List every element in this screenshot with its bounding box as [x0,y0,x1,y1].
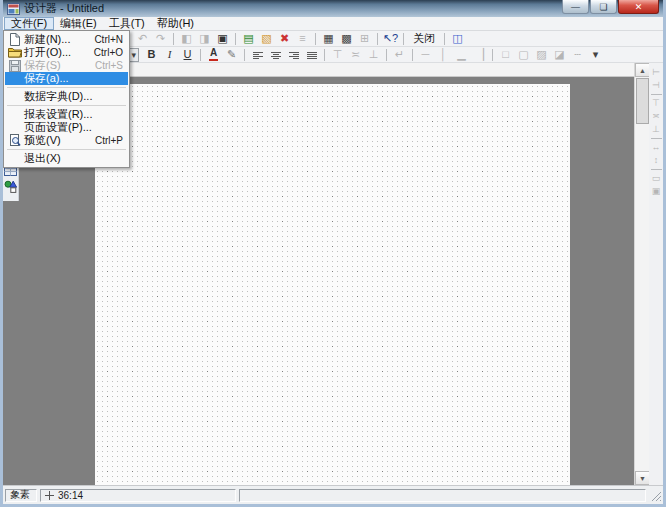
context-help-icon[interactable]: ↖? [382,31,399,46]
preview-icon [5,134,24,147]
scroll-up-icon[interactable]: ▲ [635,63,650,77]
ungroup-icon: ◨ [196,31,213,46]
align-center-icon[interactable] [267,47,284,62]
insert-field-icon[interactable]: ▧ [258,31,275,46]
toolbar-separator [244,49,245,61]
menu-item-label: 预览(V) [24,133,95,148]
bars-justify [307,49,317,60]
title-bar[interactable]: 设计器 - Untitled — ❏ ✕ [3,0,663,17]
status-empty-panel [239,489,646,502]
menu-item-label: 数据字典(D)... [24,89,123,104]
toolbar-separator [324,49,325,61]
erase-border-icon: ◪ [551,47,568,62]
app-window: 设计器 - Untitled — ❏ ✕ 文件(F)编辑(E)工具(T)帮助(H… [0,0,666,507]
scrollbar-thumb[interactable] [636,78,649,124]
line-vertical-icon: │ [435,47,452,62]
redo-icon: ↷ [152,31,169,46]
status-position-panel: 36:14 [40,489,236,502]
menu-item-shortcut: Ctrl+S [95,60,128,71]
border-inner-icon: ▢ [515,47,532,62]
menu-separator [7,149,126,150]
menu-item-shortcut: Ctrl+P [95,135,128,146]
design-canvas[interactable] [95,84,570,485]
font-color-icon[interactable]: A [205,47,222,62]
show-grid-icon[interactable]: ▦ [320,31,337,46]
vertical-scrollbar[interactable]: ▲ ▼ [634,63,649,485]
align-bottoms-icon: ⊥ [650,123,663,136]
menu-item-shortcut: Ctrl+N [94,34,128,45]
app-icon [7,3,20,15]
center-in-page-icon: ▣ [650,185,663,198]
same-width-icon: ↔ [650,141,663,154]
align-middles-icon: ≍ [650,110,663,123]
more-options-dropdown[interactable]: ▾ [587,47,604,62]
menu-separator [7,105,126,106]
toolbar-separator [315,33,316,45]
fill-color-icon: ▨ [533,47,550,62]
menubar-item-tools[interactable]: 工具(T) [103,17,151,30]
text-wrap-icon: ↵ [391,47,408,62]
snap-to-grid-icon[interactable]: ▩ [338,31,355,46]
toolbar-separator [173,33,174,45]
line-right-icon: ▕ [471,47,488,62]
scroll-down-icon[interactable]: ▼ [635,471,650,485]
alignment-toolbar: ⊢⊣⊤≍⊥↔↕▭▣ [649,63,663,485]
toolbar-separator [492,49,493,61]
align-justify-icon[interactable] [303,47,320,62]
menubar-item-help[interactable]: 帮助(H) [151,17,200,30]
data-fields-window-icon[interactable]: ◫ [449,31,466,46]
toolbar-separator [386,49,387,61]
menu-item-label: 退出(X) [24,151,123,166]
menubar-item-edit[interactable]: 编辑(E) [54,17,103,30]
menu-item-label: 保存(a)... [24,71,123,86]
align-right-icon[interactable] [285,47,302,62]
new-doc-icon [5,33,24,46]
resize-grip[interactable] [649,489,662,502]
align-rights-icon: ⊣ [650,79,663,92]
toolbar-separator [412,49,413,61]
menu-item-shortcut: Ctrl+O [94,47,128,58]
bring-to-front-icon[interactable]: ▣ [214,31,231,46]
file-menu: 新建(N)...Ctrl+N打开(O)...Ctrl+O保存(S)Ctrl+S保… [3,30,130,168]
valign-bottom-icon: ⊥ [365,47,382,62]
toolbar-separator [235,33,236,45]
preview-icon [9,134,21,147]
minimize-button[interactable]: — [562,0,589,14]
status-unit-panel: 象素 [5,489,37,502]
save-icon [5,60,24,72]
toolbar-separator [200,49,201,61]
open-folder-icon [5,47,24,58]
shapes-icon-button[interactable] [3,179,18,194]
detail-band-icon: ≡ [294,31,311,46]
border-box-icon: □ [497,47,514,62]
menu-item-data-dictionary[interactable]: 数据字典(D)... [5,90,128,103]
underline-button[interactable]: U [179,47,196,62]
group-icon: ◧ [178,31,195,46]
italic-button[interactable]: I [161,47,178,62]
crosshair-icon [45,491,54,500]
close-button[interactable]: ✕ [618,0,659,14]
shapes-icon [4,180,17,193]
same-height-icon: ↕ [650,154,663,167]
align-left-icon[interactable] [249,47,266,62]
delete-icon[interactable]: ✖ [276,31,293,46]
menubar-item-file[interactable]: 文件(F) [4,17,54,30]
bold-button[interactable]: B [143,47,160,62]
toolbar-separator [444,33,445,45]
line-horizontal-icon: ─ [417,47,434,62]
menu-item-preview[interactable]: 预览(V)Ctrl+P [5,134,128,147]
new-doc-icon [9,33,20,46]
highlight-pen-icon[interactable]: ✎ [223,47,240,62]
menu-item-save-as[interactable]: 保存(a)... [5,72,128,85]
close-view-button[interactable]: 关闭 [408,31,440,46]
valign-top-icon: ⊤ [329,47,346,62]
bars-center [271,49,281,60]
valign-middle-icon: ≍ [347,47,364,62]
menu-item-exit[interactable]: 退出(X) [5,152,128,165]
undo-icon: ↶ [134,31,151,46]
insert-band-icon[interactable]: ▤ [240,31,257,46]
open-folder-icon [8,47,22,58]
maximize-button[interactable]: ❏ [590,0,617,14]
font-color-icon: A [209,48,218,61]
line-bottom-icon: ▁ [453,47,470,62]
